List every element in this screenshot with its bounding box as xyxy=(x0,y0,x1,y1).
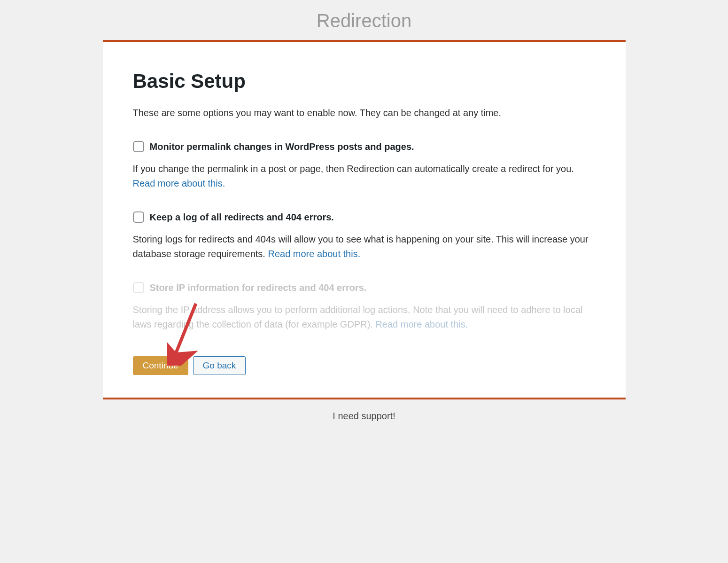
section-title: Basic Setup xyxy=(133,70,596,93)
option-monitor-permalink: Monitor permalink changes in WordPress p… xyxy=(133,141,596,191)
read-more-link[interactable]: Read more about this. xyxy=(375,319,468,329)
option-description: Storing the IP address allows you to per… xyxy=(133,303,596,332)
button-row: Continue Go back xyxy=(133,356,596,375)
continue-button[interactable]: Continue xyxy=(133,356,188,375)
option-store-ip: Store IP information for redirects and 4… xyxy=(133,282,596,332)
intro-text: These are some options you may want to e… xyxy=(133,108,596,118)
checkbox-label: Keep a log of all redirects and 404 erro… xyxy=(150,212,334,223)
option-description: Storing logs for redirects and 404s will… xyxy=(133,232,596,261)
option-description: If you change the permalink in a post or… xyxy=(133,162,596,191)
support-link[interactable]: I need support! xyxy=(103,399,626,433)
checkbox-label: Store IP information for redirects and 4… xyxy=(150,282,367,293)
page-title: Redirection xyxy=(103,0,626,40)
setup-card: Basic Setup These are some options you m… xyxy=(103,40,626,399)
option-keep-log: Keep a log of all redirects and 404 erro… xyxy=(133,211,596,261)
go-back-button[interactable]: Go back xyxy=(193,356,246,375)
read-more-link[interactable]: Read more about this. xyxy=(268,249,360,259)
read-more-link[interactable]: Read more about this. xyxy=(133,178,225,188)
checkbox-keep-log[interactable] xyxy=(133,211,144,223)
checkbox-monitor-permalink[interactable] xyxy=(133,141,144,152)
checkbox-label: Monitor permalink changes in WordPress p… xyxy=(150,141,414,152)
checkbox-store-ip xyxy=(133,282,144,293)
